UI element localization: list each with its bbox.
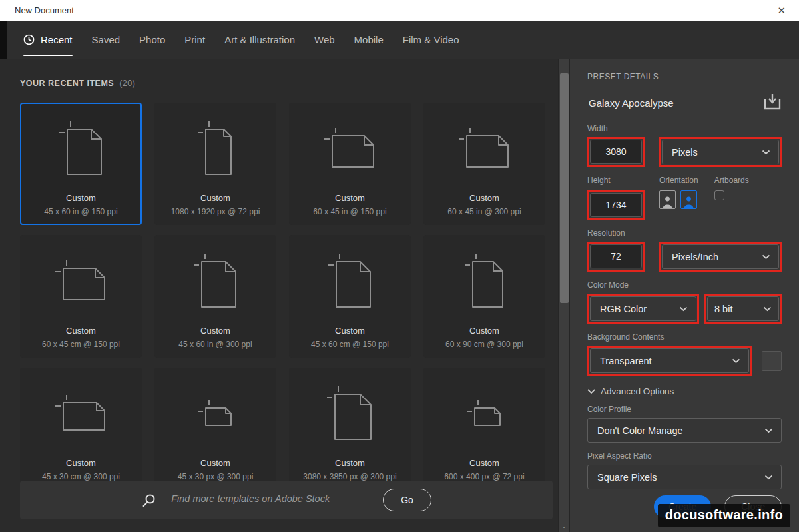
color-profile-dropdown[interactable]: Don't Color Manage xyxy=(587,418,782,443)
document-preset-icon xyxy=(198,121,233,176)
template-card[interactable]: Custom45 x 60 cm @ 150 ppi xyxy=(289,235,411,358)
tab-label: Print xyxy=(184,34,205,45)
template-dimensions: 45 x 60 cm @ 150 ppi xyxy=(311,340,389,349)
document-preset-icon xyxy=(198,400,233,427)
template-dimensions: 600 x 400 px @ 72 ppi xyxy=(444,472,524,481)
template-icon-wrap xyxy=(328,236,372,326)
template-card[interactable]: Custom600 x 400 px @ 72 ppi xyxy=(423,368,545,490)
resolution-unit-highlight-box: Pixels/Inch xyxy=(659,242,782,272)
dialog-body: YOUR RECENT ITEMS (20) Custom45 x 60 in … xyxy=(0,59,799,532)
tab-label: Web xyxy=(314,34,335,45)
chevron-down-icon xyxy=(679,306,688,312)
template-dimensions: 60 x 90 cm @ 300 ppi xyxy=(445,340,523,349)
template-dimensions: 45 x 60 in @ 150 ppi xyxy=(44,207,117,216)
template-card[interactable]: Custom3080 x 3850 px @ 300 ppi xyxy=(289,368,411,490)
tab-print[interactable]: Print xyxy=(184,21,205,59)
color-mode-dropdown[interactable]: RGB Color xyxy=(590,296,696,321)
scrollbar-track[interactable] xyxy=(559,59,569,532)
save-preset-icon[interactable] xyxy=(763,93,782,115)
tab-label: Art & Illustration xyxy=(224,34,295,45)
tab-label: Mobile xyxy=(354,34,384,45)
watermark: docusoftware.info xyxy=(658,504,790,527)
section-title-text: YOUR RECENT ITEMS xyxy=(20,79,114,88)
template-card[interactable]: Custom45 x 60 in @ 300 ppi xyxy=(154,235,276,358)
template-icon-wrap xyxy=(324,104,376,193)
recent-templates-area: YOUR RECENT ITEMS (20) Custom45 x 60 in … xyxy=(0,59,558,532)
document-preset-icon xyxy=(55,395,107,432)
landscape-person-icon xyxy=(682,194,695,208)
template-card[interactable]: Custom1080 x 1920 px @ 72 ppi xyxy=(154,103,276,225)
tab-mobile[interactable]: Mobile xyxy=(354,21,384,59)
scrollbar-thumb[interactable] xyxy=(560,73,569,303)
pixel-aspect-ratio-dropdown[interactable]: Square Pixels xyxy=(587,465,782,489)
scroll-down-icon[interactable]: ⌄ xyxy=(558,521,570,531)
template-title: Custom xyxy=(66,193,96,203)
height-input[interactable] xyxy=(590,193,642,217)
width-unit-value: Pixels xyxy=(672,147,698,158)
bit-depth-value: 8 bit xyxy=(714,304,732,314)
go-button[interactable]: Go xyxy=(383,489,431,511)
tab-label: Saved xyxy=(92,34,121,45)
advanced-options-toggle[interactable]: Advanced Options xyxy=(587,386,782,396)
background-value: Transparent xyxy=(600,356,652,366)
template-dimensions: 45 x 30 px @ 300 ppi xyxy=(178,472,254,481)
artboards-checkbox[interactable] xyxy=(714,190,724,200)
width-input[interactable] xyxy=(590,140,642,164)
tab-bar: RecentSavedPhotoPrintArt & IllustrationW… xyxy=(0,21,799,59)
tab-photo[interactable]: Photo xyxy=(139,21,165,59)
advanced-options-label: Advanced Options xyxy=(601,386,674,396)
template-title: Custom xyxy=(200,326,230,336)
section-item-count: (20) xyxy=(119,79,135,88)
resolution-label: Resolution xyxy=(587,228,782,238)
tab-web[interactable]: Web xyxy=(314,21,335,59)
artboards-label: Artboards xyxy=(714,176,749,185)
width-label: Width xyxy=(587,124,782,133)
main-scrollbar[interactable]: ⌃ ⌄ xyxy=(558,59,570,532)
tab-art-illustration[interactable]: Art & Illustration xyxy=(224,21,295,59)
orientation-portrait-button[interactable] xyxy=(659,190,676,209)
template-card[interactable]: Custom60 x 45 cm @ 150 ppi xyxy=(20,235,142,358)
chevron-down-icon xyxy=(763,306,772,312)
resolution-highlight-box xyxy=(587,242,645,272)
preset-details-header: PRESET DETAILS xyxy=(587,72,782,81)
template-card-selected[interactable]: Custom45 x 60 in @ 150 ppi xyxy=(20,103,142,225)
background-contents-dropdown[interactable]: Transparent xyxy=(590,348,749,373)
resolution-unit-dropdown[interactable]: Pixels/Inch xyxy=(662,244,779,269)
orientation-label: Orientation xyxy=(659,176,698,185)
window-title: New Document xyxy=(15,5,74,15)
width-unit-dropdown[interactable]: Pixels xyxy=(662,140,779,164)
document-preset-icon xyxy=(459,128,510,169)
color-profile-value: Don't Color Manage xyxy=(597,425,683,436)
document-preset-icon xyxy=(328,254,372,309)
template-title: Custom xyxy=(335,458,365,468)
orientation-landscape-button[interactable] xyxy=(680,190,697,209)
document-name-field[interactable] xyxy=(587,97,752,115)
pixel-aspect-ratio-value: Square Pixels xyxy=(597,472,657,483)
template-dimensions: 60 x 45 in @ 150 ppi xyxy=(313,207,386,216)
search-icon xyxy=(141,493,156,508)
template-title: Custom xyxy=(469,326,499,336)
document-preset-icon xyxy=(59,121,103,176)
bit-depth-dropdown[interactable]: 8 bit xyxy=(707,296,779,321)
tab-film-video[interactable]: Film & Video xyxy=(403,21,459,59)
template-card[interactable]: Custom60 x 45 in @ 300 ppi xyxy=(423,103,545,225)
background-color-swatch[interactable] xyxy=(762,351,782,371)
template-card[interactable]: Custom60 x 90 cm @ 300 ppi xyxy=(423,235,545,358)
background-contents-label: Background Contents xyxy=(587,332,782,342)
template-title: Custom xyxy=(335,193,365,203)
tab-saved[interactable]: Saved xyxy=(92,21,121,59)
template-icon-wrap xyxy=(465,236,505,326)
template-card[interactable]: Custom45 x 30 cm @ 300 ppi xyxy=(20,368,142,490)
tab-recent[interactable]: Recent xyxy=(23,21,73,59)
color-mode-label: Color Mode xyxy=(587,280,782,290)
tab-label: Recent xyxy=(41,34,73,45)
template-title: Custom xyxy=(200,458,230,468)
close-icon[interactable]: ✕ xyxy=(777,5,786,15)
template-card[interactable]: Custom60 x 45 in @ 150 ppi xyxy=(289,103,411,225)
stock-search-input[interactable] xyxy=(170,491,370,509)
template-card[interactable]: Custom45 x 30 px @ 300 ppi xyxy=(154,368,276,490)
resolution-unit-value: Pixels/Inch xyxy=(672,252,718,262)
clock-icon xyxy=(23,34,35,45)
resolution-input[interactable] xyxy=(590,244,642,268)
preset-details-panel: PRESET DETAILS Width Pixels xyxy=(570,59,799,532)
